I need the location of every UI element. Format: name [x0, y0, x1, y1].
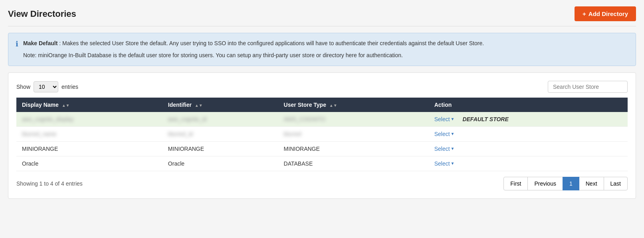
showing-text: Showing 1 to 4 of 4 entries — [16, 180, 83, 187]
cell-identifier: Oracle — [162, 156, 278, 171]
make-default-text: : Makes the selected User Store the defa… — [59, 40, 484, 46]
col-identifier: Identifier ▲▼ — [162, 98, 278, 112]
default-store-label: DEFAULT STORE — [462, 116, 508, 122]
col-display-name: Display Name ▲▼ — [16, 98, 162, 112]
show-entries: Show 10 25 50 100 entries — [16, 81, 78, 92]
cell-identifier: MINIORANGE — [162, 141, 278, 156]
cell-identifier: aws_cognito_id — [162, 112, 278, 127]
main-card: Show 10 25 50 100 entries Display Name ▲… — [8, 72, 636, 199]
caret-icon: ▼ — [451, 117, 455, 121]
cell-user-store-type: DATABASE — [278, 156, 429, 171]
first-button[interactable]: First — [503, 177, 528, 190]
caret-icon: ▼ — [451, 161, 455, 166]
cell-action: Select ▼ — [429, 126, 628, 141]
cell-user-store-type: blurred — [278, 126, 429, 141]
directories-table: Display Name ▲▼ Identifier ▲▼ User Store… — [16, 98, 628, 171]
cell-identifier: blurred_id — [162, 126, 278, 141]
previous-button[interactable]: Previous — [527, 177, 563, 190]
select-button-row4[interactable]: Select ▼ — [434, 160, 455, 167]
cell-action: Select ▼ DEFAULT STORE — [429, 112, 628, 127]
select-button-row2[interactable]: Select ▼ — [434, 131, 455, 137]
cell-action: Select ▼ — [429, 156, 628, 171]
info-box: ℹ Make Default : Makes the selected User… — [8, 33, 636, 66]
table-row: Oracle Oracle DATABASE Select ▼ — [16, 156, 628, 171]
col-user-store-type: User Store Type ▲▼ — [278, 98, 429, 112]
pagination: First Previous 1 Next Last — [504, 177, 628, 190]
add-directory-label: Add Directory — [589, 10, 628, 17]
sort-icon-display-name: ▲▼ — [62, 103, 70, 108]
cell-display-name: MINIORANGE — [16, 141, 162, 156]
page-title: View Directories — [8, 9, 76, 19]
cell-action: Select ▼ — [429, 141, 628, 156]
table-header-row: Display Name ▲▼ Identifier ▲▼ User Store… — [16, 98, 628, 112]
col-action: Action — [429, 98, 628, 112]
table-row: aws_cognito_display aws_cognito_id AWS_C… — [16, 112, 628, 127]
table-controls: Show 10 25 50 100 entries — [16, 81, 628, 93]
cell-display-name: aws_cognito_display — [16, 112, 162, 127]
sort-icon-identifier: ▲▼ — [195, 103, 203, 108]
next-button[interactable]: Next — [579, 177, 604, 190]
make-default-bold: Make Default — [23, 40, 57, 46]
caret-icon: ▼ — [451, 146, 455, 151]
plus-icon: + — [583, 10, 586, 17]
cell-user-store-type: AWS_COGNITO — [278, 112, 429, 127]
select-button-row1[interactable]: Select ▼ — [434, 116, 455, 122]
entries-select[interactable]: 10 25 50 100 — [34, 81, 58, 92]
info-text: Make Default : Makes the selected User S… — [23, 39, 484, 60]
search-input[interactable] — [548, 81, 628, 93]
cell-display-name: Oracle — [16, 156, 162, 171]
cell-display-name: blurred_name — [16, 126, 162, 141]
caret-icon: ▼ — [451, 132, 455, 136]
page-1-button[interactable]: 1 — [563, 177, 579, 190]
table-row: blurred_name blurred_id blurred Select ▼ — [16, 126, 628, 141]
table-footer: Showing 1 to 4 of 4 entries First Previo… — [16, 177, 628, 190]
last-button[interactable]: Last — [604, 177, 628, 190]
sort-icon-user-store-type: ▲▼ — [329, 103, 337, 108]
show-label: Show — [16, 84, 30, 90]
add-directory-button[interactable]: + Add Directory — [575, 6, 636, 21]
table-row: MINIORANGE MINIORANGE MINIORANGE Select … — [16, 141, 628, 156]
entries-label: entries — [61, 84, 78, 90]
select-button-row3[interactable]: Select ▼ — [434, 146, 455, 152]
info-icon: ℹ — [16, 40, 18, 48]
cell-user-store-type: MINIORANGE — [278, 141, 429, 156]
note-text: Note: miniOrange In-Built Database is th… — [23, 52, 403, 58]
